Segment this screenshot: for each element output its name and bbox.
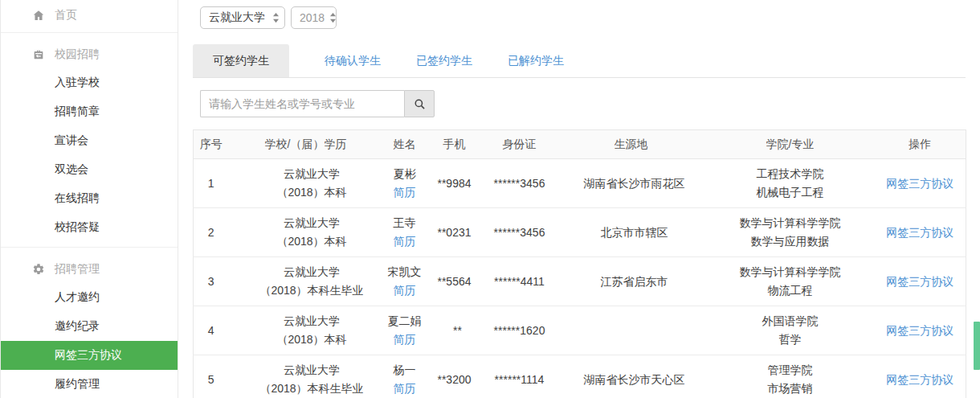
sidebar-item-online-tripartite-agreement[interactable]: 网签三方协议: [1, 341, 178, 370]
table-row: 4 云就业大学（2018）本科 夏二娟简历 ** ******1620 外国语学…: [194, 306, 966, 355]
gear-icon: [31, 263, 45, 277]
tab-signable-students[interactable]: 可签约学生: [193, 44, 289, 77]
search-button[interactable]: [404, 90, 435, 117]
sidebar-item-invite-records[interactable]: 邀约纪录: [1, 312, 178, 341]
col-id-card: 身份证: [483, 130, 557, 159]
sidebar-item-performance-manage[interactable]: 履约管理: [1, 370, 178, 398]
cell-phone: **3200: [427, 355, 483, 398]
cell-name: 王寺简历: [383, 208, 427, 257]
sidebar: 首页 校园招聘 入驻学校 招聘简章 宣讲会 双选会 在线招聘 校招答疑 招聘管理…: [0, 0, 178, 398]
cell-school: 云就业大学（2018）本科: [229, 306, 383, 355]
cell-index: 2: [194, 208, 229, 257]
sidebar-item-job-fairs[interactable]: 双选会: [1, 155, 178, 184]
select-updown-icon: [329, 12, 337, 23]
cell-action: 网签三方协议: [875, 159, 966, 208]
cell-id-card: ******4411: [483, 257, 557, 306]
col-index: 序号: [194, 130, 229, 159]
sign-agreement-link[interactable]: 网签三方协议: [886, 177, 953, 190]
school-select[interactable]: 云就业大学: [200, 6, 285, 29]
cell-index: 3: [194, 257, 229, 306]
table-row: 3 云就业大学（2018）本科生毕业 宋凯文简历 **5564 ******44…: [194, 257, 966, 306]
sidebar-item-talent-invite[interactable]: 人才邀约: [1, 283, 178, 312]
cell-college-major: 数学与计算科学学院数学与应用数据: [706, 208, 875, 257]
col-phone: 手机: [427, 130, 483, 159]
table-row: 2 云就业大学（2018）本科 王寺简历 **0231 ******3456 北…: [194, 208, 966, 257]
sidebar-item-entered-schools[interactable]: 入驻学校: [1, 68, 178, 97]
search-icon: [414, 98, 426, 110]
cell-school: 云就业大学（2018）本科生毕业: [229, 355, 383, 398]
cell-phone: **: [427, 306, 483, 355]
campus-recruit-icon: [31, 48, 45, 62]
cell-college-major: 外国语学院哲学: [706, 306, 875, 355]
cell-id-card: ******3456: [483, 208, 557, 257]
table-row: 1 云就业大学（2018）本科 夏彬简历 **9984 ******3456 湖…: [194, 159, 966, 208]
cell-phone: **5564: [427, 257, 483, 306]
sign-agreement-link[interactable]: 网签三方协议: [886, 373, 953, 386]
resume-link[interactable]: 简历: [394, 284, 416, 297]
col-actions: 操作: [875, 130, 966, 159]
cell-origin: [557, 306, 706, 355]
cell-action: 网签三方协议: [875, 355, 966, 398]
sign-agreement-link[interactable]: 网签三方协议: [886, 275, 953, 288]
filter-bar: 云就业大学 2018: [200, 6, 980, 29]
main-content: 云就业大学 2018 可签约学生 待确认学生 已签约学生 已解约学生: [178, 0, 980, 398]
sidebar-item-job-postings[interactable]: 招聘简章: [1, 97, 178, 126]
students-table: 序号 学校/（届）学历 姓名 手机 身份证 生源地 学院/专业 操作 1 云就业…: [193, 129, 966, 398]
sidebar-item-online-recruit[interactable]: 在线招聘: [1, 184, 178, 213]
sidebar-section-label: 招聘管理: [55, 262, 100, 277]
cell-origin: 湖南省长沙市天心区: [557, 355, 706, 398]
cell-school: 云就业大学（2018）本科: [229, 159, 383, 208]
sidebar-section-campus-recruit: 校园招聘: [1, 41, 178, 68]
cell-college-major: 工程技术学院机械电子工程: [706, 159, 875, 208]
cell-college-major: 数学与计算科学学院物流工程: [706, 257, 875, 306]
cell-id-card: ******1114: [483, 355, 557, 398]
sidebar-item-info-sessions[interactable]: 宣讲会: [1, 126, 178, 155]
cell-origin: 湖南省长沙市雨花区: [557, 159, 706, 208]
sidebar-divider: [1, 247, 178, 248]
cell-index: 4: [194, 306, 229, 355]
cell-college-major: 管理学院市场营销: [706, 355, 875, 398]
sidebar-divider: [1, 32, 178, 33]
sidebar-item-recruit-qa[interactable]: 校招答疑: [1, 213, 178, 242]
tab-terminated-students[interactable]: 已解约学生: [508, 44, 564, 77]
sidebar-section-recruit-manage: 招聘管理: [1, 256, 178, 283]
col-school-degree: 学校/（届）学历: [229, 130, 383, 159]
table-row: 5 云就业大学（2018）本科生毕业 杨一简历 **3200 ******111…: [194, 355, 966, 398]
cell-action: 网签三方协议: [875, 208, 966, 257]
sidebar-item-home[interactable]: 首页: [1, 3, 178, 27]
cell-school: 云就业大学（2018）本科: [229, 208, 383, 257]
col-origin: 生源地: [557, 130, 706, 159]
student-tabs: 可签约学生 待确认学生 已签约学生 已解约学生: [193, 44, 966, 78]
col-college-major: 学院/专业: [706, 130, 875, 159]
col-name: 姓名: [383, 130, 427, 159]
scrollbar-thumb[interactable]: [974, 322, 980, 370]
sidebar-section-label: 校园招聘: [55, 47, 100, 62]
cell-name: 夏二娟简历: [383, 306, 427, 355]
resume-link[interactable]: 简历: [394, 186, 416, 199]
cell-name: 夏彬简历: [383, 159, 427, 208]
cell-origin: 江苏省启东市: [557, 257, 706, 306]
select-updown-icon: [272, 12, 280, 23]
sign-agreement-link[interactable]: 网签三方协议: [886, 324, 953, 337]
cell-action: 网签三方协议: [875, 257, 966, 306]
app-window: 首页 校园招聘 入驻学校 招聘简章 宣讲会 双选会 在线招聘 校招答疑 招聘管理…: [0, 0, 980, 398]
resume-link[interactable]: 简历: [394, 382, 416, 395]
cell-phone: **9984: [427, 159, 483, 208]
table-header-row: 序号 学校/（届）学历 姓名 手机 身份证 生源地 学院/专业 操作: [194, 130, 966, 159]
year-select[interactable]: 2018: [291, 6, 337, 29]
cell-index: 5: [194, 355, 229, 398]
search-bar: [200, 90, 980, 117]
sidebar-home-label: 首页: [55, 8, 77, 23]
cell-name: 杨一简历: [383, 355, 427, 398]
resume-link[interactable]: 简历: [394, 333, 416, 346]
cell-index: 1: [194, 159, 229, 208]
cell-origin: 北京市市辖区: [557, 208, 706, 257]
tab-signed-students[interactable]: 已签约学生: [416, 44, 472, 77]
cell-id-card: ******3456: [483, 159, 557, 208]
sign-agreement-link[interactable]: 网签三方协议: [886, 226, 953, 239]
cell-name: 宋凯文简历: [383, 257, 427, 306]
resume-link[interactable]: 简历: [394, 235, 416, 248]
tab-pending-students[interactable]: 待确认学生: [325, 44, 381, 77]
search-input[interactable]: [200, 90, 404, 117]
home-icon: [31, 9, 45, 23]
